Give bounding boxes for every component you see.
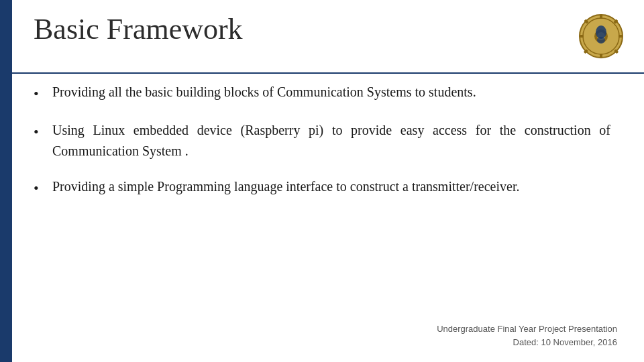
bullet-list: •Providing all the basic building blocks… — [34, 82, 610, 200]
logo — [578, 13, 624, 59]
bullet-item-1: •Providing all the basic building blocks… — [34, 82, 610, 105]
footer-line1: Undergraduate Final Year Project Present… — [437, 322, 617, 336]
bullet-text-2: Using Linux embedded device (Raspberry p… — [52, 120, 610, 162]
svg-rect-5 — [600, 54, 602, 58]
footer-line2: Dated: 10 November, 2016 — [437, 336, 617, 349]
bullet-item-3: •Providing a simple Programming language… — [34, 176, 610, 200]
svg-rect-6 — [580, 35, 584, 38]
page-title: Basic Framework — [34, 13, 243, 46]
bullet-text-1: Providing all the basic building blocks … — [52, 82, 610, 103]
bullet-dot-3: • — [34, 177, 52, 200]
header-divider — [12, 72, 644, 74]
header: Basic Framework — [34, 13, 624, 59]
svg-rect-7 — [619, 35, 623, 38]
bullet-text-3: Providing a simple Programming language … — [52, 176, 610, 197]
svg-rect-4 — [600, 15, 602, 19]
main-content: •Providing all the basic building blocks… — [34, 82, 610, 308]
slide: Basic Framework — [0, 0, 644, 362]
bullet-dot-1: • — [34, 82, 52, 105]
bullet-dot-2: • — [34, 121, 52, 143]
svg-point-13 — [597, 37, 605, 44]
footer: Undergraduate Final Year Project Present… — [437, 322, 617, 349]
left-accent-bar — [0, 0, 12, 362]
bullet-item-2: •Using Linux embedded device (Raspberry … — [34, 120, 610, 162]
